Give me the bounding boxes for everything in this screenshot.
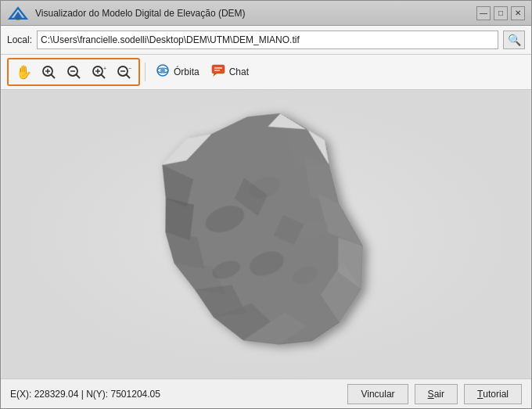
toolbar: ✋ — [1, 55, 531, 90]
chat-icon — [210, 63, 226, 81]
svg-line-4 — [52, 75, 56, 79]
location-label: Local: — [7, 34, 32, 45]
orbit-label: Órbita — [174, 66, 200, 77]
orbit-icon — [155, 63, 171, 81]
maximize-button[interactable]: □ — [494, 6, 508, 20]
orbit-button[interactable]: Órbita — [150, 60, 204, 84]
statusbar: E(X): 228329.04 | N(Y): 7501204.05 Vincu… — [1, 379, 531, 408]
toolbar-separator — [145, 63, 146, 81]
window-title: Visualizador do Modelo Digital de Elevaç… — [35, 8, 470, 19]
coordinates-display: E(X): 228329.04 | N(Y): 7501204.05 — [10, 389, 347, 400]
svg-text:+: + — [103, 66, 106, 71]
svg-line-11 — [102, 75, 106, 79]
chat-label: Chat — [229, 66, 249, 77]
zoom-in-button[interactable]: + — [87, 61, 110, 83]
titlebar: Visualizador do Modelo Digital de Elevaç… — [1, 1, 531, 26]
minimize-button[interactable]: — — [476, 6, 491, 20]
tool-group: ✋ — [7, 58, 140, 86]
tutorial-button[interactable]: Tutorial — [464, 384, 522, 404]
chat-button[interactable]: Chat — [206, 60, 253, 84]
tutorial-underline: T — [477, 389, 483, 400]
dem-visualization — [1, 90, 531, 379]
pan-tool-button[interactable]: ✋ — [12, 61, 35, 83]
main-window: Visualizador do Modelo Digital de Elevaç… — [0, 0, 532, 409]
action-buttons: Vincular Sair Tutorial — [347, 384, 522, 404]
svg-text:−: − — [128, 66, 131, 71]
location-bar: Local: 🔍 — [1, 26, 531, 55]
vincular-button[interactable]: Vincular — [347, 384, 408, 404]
location-input[interactable] — [37, 30, 498, 49]
sair-button[interactable]: Sair — [415, 384, 458, 404]
main-viewport[interactable] — [1, 90, 531, 379]
app-logo — [7, 5, 29, 21]
svg-point-21 — [160, 68, 165, 73]
svg-marker-23 — [213, 74, 217, 77]
svg-line-16 — [127, 75, 131, 79]
zoom-extent-button[interactable] — [62, 61, 85, 83]
zoom-fit-button[interactable] — [37, 61, 60, 83]
window-controls: — □ ✕ — [476, 6, 525, 20]
search-button[interactable]: 🔍 — [503, 30, 525, 49]
svg-rect-2 — [16, 17, 20, 20]
zoom-out-button[interactable]: − — [112, 61, 135, 83]
svg-line-8 — [77, 75, 81, 79]
svg-rect-22 — [212, 65, 225, 74]
sair-underline: S — [428, 389, 434, 400]
close-button[interactable]: ✕ — [511, 6, 525, 20]
